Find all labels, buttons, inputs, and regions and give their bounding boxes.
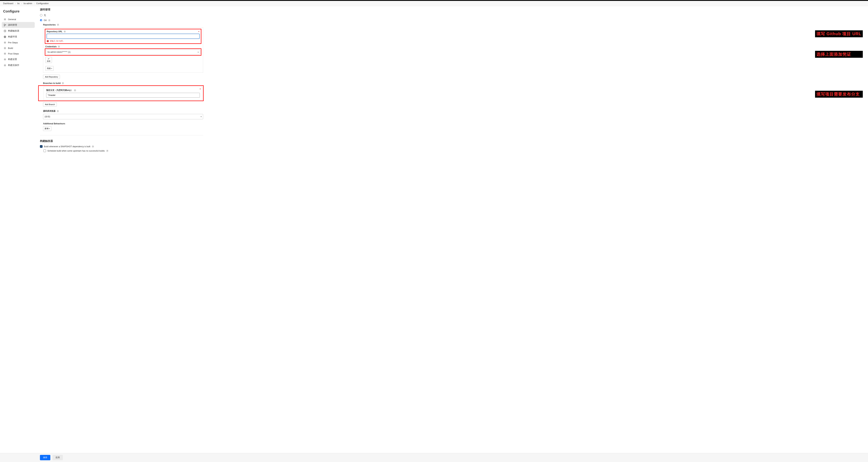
trigger-snapshot-row[interactable]: ✓ Build whenever a SNAPSHOT dependency i…	[40, 145, 203, 148]
add-branch-button[interactable]: Add Branch	[43, 102, 57, 106]
help-icon[interactable]: ?	[92, 145, 94, 148]
radio-icon	[40, 19, 42, 22]
chevron-down-icon: ▾	[198, 51, 198, 53]
sidebar-item-label: Pre Steps	[8, 41, 18, 44]
svg-point-8	[4, 53, 5, 54]
checkbox-icon	[43, 150, 46, 152]
breadcrumb-bs[interactable]: bs	[18, 2, 20, 5]
repository-group: × Repository URL ? ! 请输入 Git 仓库。 Credent…	[43, 27, 203, 73]
help-icon[interactable]: ?	[57, 110, 59, 112]
gear-icon	[3, 64, 6, 67]
svg-point-3	[5, 24, 6, 25]
sidebar-item-label: 源码管理	[8, 24, 17, 27]
add-behaviour-button[interactable]: 新增 ▾	[43, 126, 51, 131]
svg-point-9	[4, 59, 5, 60]
annotation-text-3: 填写项目需要发布分支	[815, 91, 863, 98]
help-icon[interactable]: ?	[106, 150, 108, 152]
sidebar-item-env[interactable]: 构建环境	[2, 34, 35, 40]
sidebar-item-general[interactable]: General	[2, 16, 35, 22]
sidebar-item-label: General	[8, 18, 16, 21]
gear-icon	[3, 41, 6, 44]
sidebar-item-label: 构建设置	[8, 58, 17, 61]
svg-point-0	[4, 19, 5, 20]
annotation-overlay: 填写 Github 项目 URL 选择上面添加凭证 填写项目需要发布分支	[815, 29, 863, 98]
gear-icon	[3, 52, 6, 55]
repo-url-error: ! 请输入 Git 仓库。	[47, 40, 199, 42]
sidebar-item-presteps[interactable]: Pre Steps	[2, 40, 35, 45]
sidebar-item-postbuild[interactable]: 构建后操作	[2, 62, 35, 68]
help-icon[interactable]: ?	[58, 45, 60, 48]
branch-spec-input[interactable]	[46, 93, 200, 98]
sidebar-item-label: 构建环境	[8, 35, 17, 38]
checkbox-icon: ✓	[40, 145, 42, 148]
annotation-highlight-credentials: bs-admin-token/****** (1) ▾	[45, 48, 202, 56]
branch-group: × 指定分支（为空时代表any） ?	[43, 87, 203, 100]
sidebar-item-label: 构建触发器	[8, 29, 19, 32]
help-icon[interactable]: ?	[57, 24, 59, 26]
annotation-text-1: 填写 Github 项目 URL	[815, 30, 863, 37]
radio-label: Git	[44, 19, 47, 22]
radio-label: 无	[44, 14, 46, 17]
help-icon[interactable]: ?	[48, 19, 51, 22]
help-icon[interactable]: ?	[64, 30, 66, 33]
svg-point-7	[4, 48, 5, 48]
annotation-highlight-branch: × 指定分支（为空时代表any） ?	[38, 85, 204, 101]
trigger-schedule-row[interactable]: Schedule build when some upstream has no…	[43, 150, 203, 152]
sidebar-item-build[interactable]: Build	[2, 45, 35, 51]
gear-icon	[3, 47, 6, 50]
branch-spec-label: 指定分支（为空时代表any） ?	[46, 89, 200, 92]
globe-icon	[3, 35, 6, 38]
repo-url-label: Repository URL ?	[47, 30, 199, 33]
add-credentials-button[interactable]: 添加	[45, 57, 52, 63]
checkbox-label: Build whenever a SNAPSHOT dependency is …	[44, 145, 90, 148]
gear-icon	[3, 18, 6, 21]
sidebar-item-label: 构建后操作	[8, 64, 19, 67]
clock-icon	[3, 30, 6, 32]
credentials-label: Credentials ?	[45, 45, 201, 48]
chevron-down-icon: ▾	[51, 67, 52, 69]
breadcrumb-dashboard[interactable]: Dashboard	[3, 2, 13, 5]
breadcrumb-bs-admin[interactable]: bs-admin	[24, 2, 32, 5]
repo-url-input[interactable]	[47, 34, 199, 39]
section-divider	[40, 135, 203, 135]
sidebar-item-poststeps[interactable]: Post Steps	[2, 51, 35, 56]
sidebar-item-buildsettings[interactable]: 构建设置	[2, 56, 35, 62]
radio-icon	[40, 14, 42, 16]
scm-radio-none[interactable]: 无	[40, 14, 203, 17]
sidebar-item-triggers[interactable]: 构建触发器	[2, 28, 35, 34]
svg-point-1	[4, 24, 4, 25]
chevron-right-icon: ›	[15, 3, 16, 4]
add-repository-button[interactable]: Add Repository	[43, 75, 60, 79]
remove-branch-icon[interactable]: ×	[199, 88, 201, 90]
branches-label: Branches to build ?	[43, 82, 203, 85]
additional-behaviours-label: Additional Behaviours	[43, 123, 203, 125]
repo-browser-select[interactable]: (自动) ▾	[43, 114, 203, 119]
scm-radio-git[interactable]: Git ?	[40, 19, 203, 22]
annotation-text-2: 选择上面添加凭证	[815, 51, 863, 58]
sidebar-item-scm[interactable]: 源码管理	[2, 22, 35, 28]
page-title: Configure	[3, 9, 33, 13]
chevron-down-icon: ▾	[49, 128, 50, 130]
sidebar: Configure General 源码管理 构建触发器 构建环境 Pre St…	[0, 6, 36, 168]
branch-icon	[3, 24, 6, 26]
sidebar-item-label: Build	[8, 47, 13, 50]
svg-point-6	[4, 42, 5, 43]
help-icon[interactable]: ?	[62, 82, 64, 85]
help-icon[interactable]: ?	[74, 89, 76, 92]
advanced-button[interactable]: 高级 ▾	[45, 66, 54, 71]
error-icon: !	[47, 40, 49, 42]
credentials-select[interactable]: bs-admin-token/****** (1) ▾	[46, 50, 200, 55]
browser-label: 源码库浏览器 ?	[43, 109, 203, 112]
repositories-label: Repositories ?	[43, 24, 203, 26]
breadcrumb: Dashboard › bs › bs-admin › Configuratio…	[0, 1, 868, 6]
chevron-down-icon	[49, 58, 49, 60]
sidebar-item-label: Post Steps	[8, 53, 19, 55]
remove-repo-icon[interactable]: ×	[198, 30, 199, 33]
chevron-right-icon: ›	[34, 3, 34, 4]
breadcrumb-configuration[interactable]: Configuration	[36, 2, 49, 5]
triggers-section-title: 构建触发器	[40, 139, 203, 143]
scm-section-title: 源码管理	[40, 8, 203, 11]
checkbox-label: Schedule build when some upstream has no…	[48, 150, 105, 152]
chevron-right-icon: ›	[21, 3, 22, 4]
annotation-highlight-url: × Repository URL ? ! 请输入 Git 仓库。	[45, 29, 202, 44]
